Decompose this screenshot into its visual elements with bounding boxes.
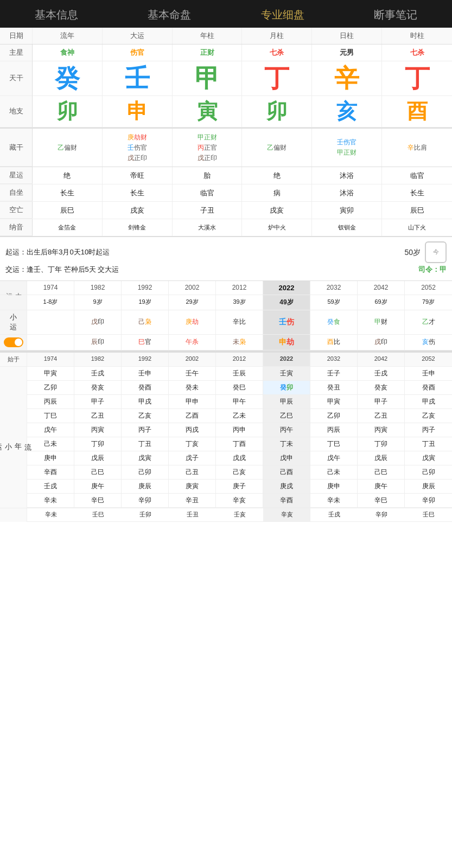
nayin-row: 纳音 金箔金 剑锋金 大溪水 炉中火 钗钏金 山下火 (0, 219, 452, 237)
qiyun-line1: 起运：出生后8年3月0天10时起运 (5, 246, 110, 258)
col-liuyuan: 流年 (33, 28, 103, 44)
dayun-top-4: 辛比 (216, 310, 263, 335)
dayun-age-3: 29岁 (169, 295, 216, 310)
siling-char: 甲 (440, 265, 447, 273)
tiangan-yuezhu: 丁 (242, 61, 312, 96)
dayun-bottom-2: 巳官 (122, 335, 169, 350)
dayun-top-3: 庚劫 (169, 310, 216, 335)
nayin-col5: 山下火 (382, 219, 452, 236)
liunian-col-2: 壬申 癸酉 甲戌 乙亥 丙子 丁丑 戊寅 己卯 庚辰 辛卯 (122, 367, 169, 508)
dayun-year-6: 2032 (310, 281, 358, 295)
dayun-year-7: 2042 (358, 281, 405, 295)
char-you: 酉 (407, 99, 428, 124)
dayun-year-5: 2022 (263, 281, 310, 295)
zizuo-col1: 长生 (103, 184, 173, 201)
dayun-bottom-empty (27, 335, 74, 350)
canggan-shizhu: 辛比肩 (382, 129, 452, 167)
qiyun-section: 起运：出生后8年3月0天10时起运 50岁 今 交运：逢壬、丁年 芒种后5天 交… (0, 237, 452, 280)
dayun-bottom-8: 亥伤 (405, 335, 452, 350)
dayun-top-empty (27, 310, 74, 335)
zhuxing-nianzhu: 正财 (173, 44, 243, 61)
char-shen: 申 (127, 99, 148, 124)
dayun-bottom-1: 辰印 (74, 335, 122, 350)
dizhi-shizhu: 酉 (382, 96, 452, 128)
liunian-header-shiyv: 始于 (0, 353, 27, 367)
char-ren: 壬 (125, 65, 150, 92)
liunian-label: 流年小运 (0, 367, 27, 508)
nav-item-zhuanyexipan[interactable]: 专业细盘 (226, 8, 339, 22)
zizuo-row: 自坐 长生 长生 临官 病 沐浴 长生 (0, 184, 452, 202)
top-nav: 基本信息 基本命盘 专业细盘 断事笔记 (0, 0, 452, 28)
dayun-top-2: 己枭 (122, 310, 169, 335)
liunian-header-0: 1974 (27, 353, 74, 367)
dayun-bottom-4: 未枭 (216, 335, 263, 350)
nav-item-jibenmingpan[interactable]: 基本命盘 (113, 8, 226, 22)
dayun-xiayun-row: 小运 戊印 己枭 庚劫 辛比 壬伤 癸食 甲财 乙才 (0, 310, 452, 335)
zizuo-col2: 临官 (173, 184, 243, 201)
kongwang-col2: 子丑 (173, 202, 243, 219)
col-dayun: 大运 (103, 28, 173, 44)
dayun-year-8: 2052 (405, 281, 452, 295)
calendar-icon[interactable]: 今 (425, 241, 447, 263)
xingyun-col5: 临官 (382, 167, 452, 184)
liunian-body: 流年小运 甲寅 乙卯 丙辰 丁巳 戊午 己未 庚申 辛酉 壬戌 辛未 壬戌 癸亥… (0, 367, 452, 508)
nav-item-jibengxinxi[interactable]: 基本信息 (0, 8, 113, 22)
label-tiangan: 天干 (0, 61, 33, 96)
zizuo-col0: 长生 (33, 184, 103, 201)
tiangan-dayun: 壬 (103, 61, 173, 96)
toggle-knob (15, 339, 22, 346)
dayun-age-label (0, 295, 27, 310)
zizuo-col5: 长生 (382, 184, 452, 201)
dayun-year-1: 1982 (74, 281, 122, 295)
nayin-col1: 剑锋金 (103, 219, 173, 236)
char-xin: 辛 (334, 65, 359, 92)
kongwang-col3: 戌亥 (242, 202, 312, 219)
label-dizhi: 地支 (0, 96, 33, 128)
dayun-age-8: 79岁 (405, 295, 452, 310)
kongwang-row: 空亡 辰巳 戌亥 子丑 戌亥 寅卯 辰巳 (0, 202, 452, 219)
char-ding2: 丁 (405, 65, 430, 92)
liunian-col-0: 甲寅 乙卯 丙辰 丁巳 戊午 己未 庚申 辛酉 壬戌 辛未 (27, 367, 74, 508)
liunian-header-1: 1982 (74, 353, 122, 367)
liunian-col-6: 壬子 癸丑 甲寅 乙卯 丙辰 丁巳 戊午 己未 庚申 辛未 (310, 367, 358, 508)
liunian-section: 始于 1974 1982 1992 2002 2012 2022 2032 20… (0, 352, 452, 522)
col-rizhu: 日柱 (312, 28, 382, 44)
label-zizuo: 自坐 (0, 184, 33, 201)
char-gui: 癸 (55, 65, 80, 92)
tiangan-row: 天干 癸 壬 甲 丁 辛 丁 (0, 61, 452, 96)
tiangan-liuyuan: 癸 (33, 61, 103, 96)
xingyun-col4: 沐浴 (312, 167, 382, 184)
dayun-year-4: 2012 (216, 281, 263, 295)
dizhi-liuyuan: 卯 (33, 96, 103, 128)
dizhi-rizhu: 亥 (312, 96, 382, 128)
dayun-age-row: 1-8岁 9岁 19岁 29岁 39岁 49岁 59岁 69岁 79岁 (0, 295, 452, 310)
liunian-lastrow-label (0, 508, 27, 522)
xingyun-row: 星运 绝 帝旺 胎 绝 沐浴 临官 (0, 167, 452, 184)
toggle-switch[interactable] (4, 337, 23, 347)
nayin-col0: 金箔金 (33, 219, 103, 236)
char-jia: 甲 (195, 65, 220, 92)
dizhi-dayun: 申 (103, 96, 173, 128)
xingyun-col2: 胎 (173, 167, 243, 184)
zhuxing-shizhu: 七杀 (382, 44, 452, 61)
dayun-age-0: 1-8岁 (27, 295, 74, 310)
liunian-col-5: 壬寅 癸卯 甲辰 乙巳 丙午 丁未 戊申 己酉 庚戌 辛酉 (263, 367, 310, 508)
liunian-col-3: 壬午 癸未 甲申 乙酉 丙戌 丁亥 戊子 己丑 庚寅 辛丑 (169, 367, 216, 508)
dayun-label-da: 大运 (0, 281, 27, 295)
label-xingyun: 星运 (0, 167, 33, 184)
dayun-age-5: 49岁 (263, 295, 310, 310)
nav-item-duanshibibi[interactable]: 断事笔记 (339, 8, 452, 22)
liunian-header-7: 2042 (358, 353, 405, 367)
dizhi-row: 地支 卯 申 寅 卯 亥 酉 (0, 96, 452, 129)
kongwang-col0: 辰巳 (33, 202, 103, 219)
liunian-header-4: 2012 (216, 353, 263, 367)
kongwang-col4: 寅卯 (312, 202, 382, 219)
char-ding1: 丁 (264, 65, 289, 92)
xingyun-col1: 帝旺 (103, 167, 173, 184)
tiangan-rizhu: 辛 (312, 61, 382, 96)
liunian-header-5: 2022 (263, 353, 310, 367)
col-yuezhu: 月柱 (242, 28, 312, 44)
dayun-top-1: 戊印 (74, 310, 122, 335)
nayin-col4: 钗钏金 (312, 219, 382, 236)
dayun-bottom-3: 午杀 (169, 335, 216, 350)
